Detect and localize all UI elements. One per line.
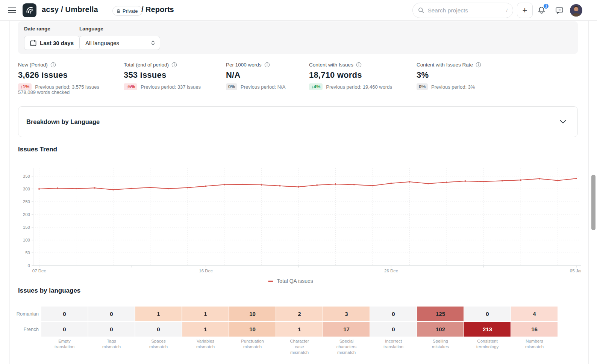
privacy-badge: Private <box>112 6 142 16</box>
app-logo[interactable] <box>23 3 36 17</box>
stat-label: Content with Issues Rate <box>417 61 481 68</box>
stat-card: Per 1000 wordsN/A0%Previous period: N/A <box>226 61 285 90</box>
top-navbar: acsy / Umbrella Private / Reports / + 1 <box>0 0 597 21</box>
stat-change-badge: 0% <box>417 83 428 90</box>
svg-text:250: 250 <box>23 199 30 204</box>
heatmap-column-label: Punctuation mismatch <box>229 338 276 355</box>
notification-count-badge: 1 <box>543 3 549 9</box>
chart-legend[interactable]: Total QA issues <box>0 278 581 284</box>
search-box[interactable]: / <box>412 3 513 18</box>
language-select[interactable]: All languages <box>79 36 160 50</box>
heatmap-cell: 0 <box>370 307 417 321</box>
scrollbar-thumb[interactable] <box>591 175 595 230</box>
breakdown-by-language-panel[interactable]: Breakdown by Language <box>18 106 578 137</box>
stat-card: Content with Issues18,710 words↓4%Previo… <box>309 61 392 90</box>
svg-text:07 Dec: 07 Dec <box>32 269 46 273</box>
heatmap-column-label: Spaces mismatch <box>135 338 182 355</box>
heatmap-cell: 0 <box>370 322 417 337</box>
svg-text:100: 100 <box>23 238 30 242</box>
search-shortcut-hint: / <box>506 8 508 13</box>
legend-series-label: Total QA issues <box>277 278 313 284</box>
stat-change-badge: 0% <box>226 83 237 90</box>
heatmap-column-label: Character case mismatch <box>276 338 323 355</box>
avatar-image <box>570 4 582 17</box>
stat-previous-row: 0%Previous period: N/A <box>226 83 285 90</box>
heatmap-column-label: Special characters mismatch <box>323 338 370 355</box>
stat-label-text: New (Period) <box>18 62 48 68</box>
stat-previous-text: Previous period: 3,575 issues <box>35 84 99 90</box>
info-icon[interactable] <box>356 62 362 68</box>
language-label: Language <box>79 26 103 32</box>
stat-previous-text: Previous period: 19,460 words <box>326 84 392 90</box>
privacy-badge-label: Private <box>123 8 138 14</box>
stat-label: Total (end of period) <box>124 61 201 68</box>
reports-page: acsy / Umbrella Private / Reports / + 1 <box>0 0 597 364</box>
heatmap-cell: 10 <box>229 322 276 337</box>
stat-previous-row: ↓4%Previous period: 19,460 words <box>309 83 392 90</box>
stat-label-text: Content with Issues Rate <box>417 62 473 68</box>
stat-value: 3,626 issues <box>18 70 99 80</box>
stat-value: N/A <box>226 70 285 80</box>
add-project-button[interactable]: + <box>517 3 533 18</box>
heatmap-cell: 4 <box>511 307 558 321</box>
stat-extra-text: 578,089 words checked <box>18 89 70 95</box>
hamburger-menu-icon[interactable] <box>8 8 16 13</box>
chevron-down-icon <box>560 120 566 124</box>
stat-card: Total (end of period)353 issues↑5%Previo… <box>124 61 201 90</box>
heatmap-column-label: Spelling mistakes <box>417 338 464 355</box>
trend-line-chart-canvas: 05010015020025030035007 Dec16 Dec26 Dec0… <box>0 165 581 278</box>
chat-icon <box>555 6 564 15</box>
heatmap-cell: 0 <box>88 307 135 321</box>
notifications-button[interactable]: 1 <box>537 6 547 15</box>
issues-trend-chart: 05010015020025030035007 Dec16 Dec26 Dec0… <box>0 165 581 278</box>
heatmap-cell: 10 <box>229 307 276 321</box>
stat-previous-text: Previous period: N/A <box>241 84 285 90</box>
heatmap-column-label: Numbers mismatch <box>511 338 558 355</box>
user-avatar[interactable] <box>570 4 582 17</box>
info-icon[interactable] <box>264 62 270 68</box>
heatmap-column-label: Empty translation <box>41 338 88 355</box>
heatmap-row-label: Romanian <box>0 307 39 321</box>
info-icon[interactable] <box>50 62 56 68</box>
heatmap-cell: 3 <box>323 307 370 321</box>
issues-trend-heading: Issues Trend <box>18 146 57 153</box>
stat-label: New (Period) <box>18 61 99 68</box>
calendar-icon <box>30 40 36 46</box>
date-range-label: Date range <box>24 26 50 32</box>
feedback-button[interactable] <box>555 6 563 14</box>
svg-text:16 Dec: 16 Dec <box>199 269 213 273</box>
svg-text:350: 350 <box>23 174 30 178</box>
stat-change-badge: ↓4% <box>309 83 323 90</box>
heatmap-cell: 1 <box>182 307 229 321</box>
logo-swirl-icon <box>25 6 35 15</box>
heatmap-cell: 213 <box>464 322 511 337</box>
heatmap-cell: 0 <box>41 307 88 321</box>
breadcrumb-section: / Reports <box>141 5 174 14</box>
language-select-value: All languages <box>85 40 119 46</box>
heatmap-cell: 0 <box>135 322 182 337</box>
stat-value: 3% <box>417 70 481 80</box>
stat-card: Content with Issues Rate3%0%Previous per… <box>417 61 481 90</box>
stat-value: 18,710 words <box>309 70 392 80</box>
heatmap-cell: 1 <box>182 322 229 337</box>
heatmap-cell: 17 <box>323 322 370 337</box>
info-icon[interactable] <box>171 62 177 68</box>
heatmap-grid: 00111023012504000110117010221316 <box>41 307 558 337</box>
svg-text:26 Dec: 26 Dec <box>384 269 398 273</box>
stat-previous-row: ↑5%Previous period: 337 issues <box>124 83 201 90</box>
heatmap-cell: 0 <box>88 322 135 337</box>
heatmap-cell: 1 <box>276 322 323 337</box>
heatmap-cell: 2 <box>276 307 323 321</box>
heatmap-cell: 102 <box>417 322 464 337</box>
date-range-button[interactable]: Last 30 days <box>24 36 80 50</box>
stat-label-text: Total (end of period) <box>124 62 169 68</box>
svg-text:150: 150 <box>23 225 30 230</box>
stat-label-text: Content with Issues <box>309 62 353 68</box>
breadcrumb-project[interactable]: acsy / Umbrella <box>42 5 98 14</box>
search-input[interactable] <box>427 7 503 14</box>
stat-previous-text: Previous period: 337 issues <box>141 84 201 90</box>
info-icon[interactable] <box>476 62 481 68</box>
stat-value: 353 issues <box>124 70 201 80</box>
search-icon <box>418 7 424 14</box>
stat-card: New (Period)3,626 issues↑1%Previous peri… <box>18 61 99 90</box>
